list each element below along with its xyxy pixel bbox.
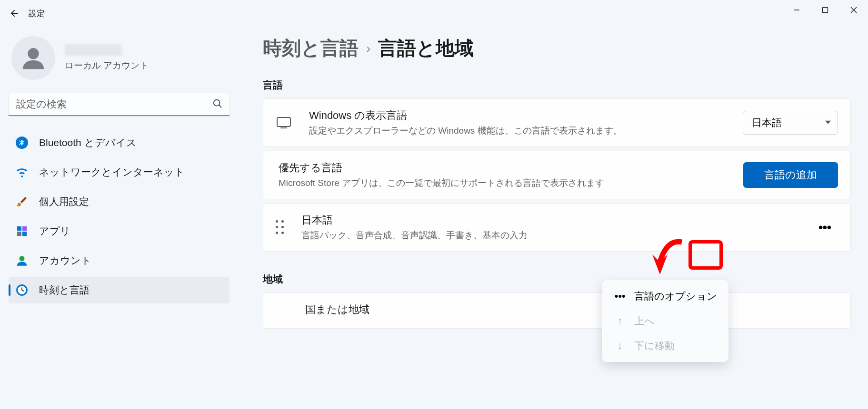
section-title-language: 言語 <box>263 78 851 92</box>
add-language-button[interactable]: 言語の追加 <box>743 162 838 188</box>
close-button[interactable] <box>839 0 868 20</box>
more-icon: ••• <box>613 290 627 302</box>
drag-handle-icon[interactable] <box>276 220 284 234</box>
clock-icon <box>14 282 30 298</box>
brush-icon <box>14 194 30 209</box>
breadcrumb-current: 言語と地域 <box>378 35 474 61</box>
maximize-button[interactable] <box>811 0 839 20</box>
profile-section: ローカル アカウント <box>9 36 229 80</box>
svg-rect-8 <box>17 226 21 231</box>
breadcrumb: 時刻と言語 › 言語と地域 <box>263 35 851 61</box>
svg-rect-9 <box>22 226 27 231</box>
nav-item-apps[interactable]: アプリ <box>9 218 229 244</box>
display-language-card: Windows の表示言語 設定やエクスプローラーなどの Windows 機能は… <box>263 98 851 147</box>
svg-rect-1 <box>823 8 828 13</box>
ctx-language-options[interactable]: ••• 言語のオプション <box>606 284 725 309</box>
profile-name-redacted <box>65 44 122 56</box>
svg-rect-17 <box>277 117 290 127</box>
nav-item-account[interactable]: アカウント <box>9 247 229 274</box>
account-type-label: ローカル アカウント <box>65 59 149 72</box>
section-title-region: 地域 <box>263 273 851 286</box>
svg-line-6 <box>219 105 222 108</box>
language-item-title: 日本語 <box>301 213 811 227</box>
svg-rect-11 <box>22 232 27 236</box>
country-region-title: 国または地域 <box>305 302 838 317</box>
nav-item-wifi[interactable]: ネットワークとインターネット <box>9 159 229 185</box>
preferred-languages-title: 優先する言語 <box>279 161 743 175</box>
display-language-dropdown[interactable]: 日本語 <box>743 111 838 135</box>
nav-label: アプリ <box>39 224 70 238</box>
arrow-down-icon: ↓ <box>613 340 627 352</box>
more-options-button[interactable]: ••• <box>811 218 838 237</box>
nav-label: ネットワークとインターネット <box>39 166 185 179</box>
nav-label: Bluetooth とデバイス <box>39 136 137 149</box>
avatar <box>11 36 55 80</box>
nav-label: 時刻と言語 <box>39 283 90 297</box>
svg-point-5 <box>214 100 220 106</box>
search-icon <box>212 98 223 111</box>
arrow-up-icon: ↑ <box>613 315 627 327</box>
nav-item-bluetooth[interactable]: Bluetooth とデバイス <box>9 129 229 156</box>
display-language-desc: 設定やエクスプローラーなどの Windows 機能は、この言語で表示されます。 <box>309 125 743 137</box>
minimize-button[interactable] <box>782 0 811 20</box>
wifi-icon <box>14 165 30 180</box>
nav-label: アカウント <box>39 254 91 267</box>
monitor-icon <box>276 117 292 128</box>
nav-item-clock[interactable]: 時刻と言語 <box>9 277 229 303</box>
display-language-title: Windows の表示言語 <box>309 108 743 123</box>
ctx-move-up: ↑ 上へ <box>606 309 725 333</box>
preferred-languages-card: 優先する言語 Microsoft Store アプリは、この一覧で最初にサポート… <box>263 151 851 199</box>
app-title: 設定 <box>29 8 45 19</box>
back-button[interactable] <box>4 3 25 24</box>
bluetooth-icon <box>14 135 30 150</box>
svg-point-4 <box>28 48 39 59</box>
nav-label: 個人用設定 <box>39 195 89 208</box>
country-region-card[interactable]: 国または地域 <box>263 292 851 329</box>
chevron-right-icon: › <box>366 41 370 56</box>
preferred-languages-desc: Microsoft Store アプリは、この一覧で最初にサポートされる言語で表… <box>279 177 743 189</box>
language-item-japanese: 日本語 言語パック、音声合成、音声認識、手書き、基本の入力 ••• <box>263 203 851 252</box>
breadcrumb-parent[interactable]: 時刻と言語 <box>263 35 359 61</box>
search-input[interactable] <box>9 93 229 116</box>
language-item-desc: 言語パック、音声合成、音声認識、手書き、基本の入力 <box>301 229 811 242</box>
svg-point-12 <box>20 256 25 261</box>
ctx-move-down: ↓ 下に移動 <box>606 333 725 358</box>
svg-rect-10 <box>17 232 21 236</box>
apps-icon <box>14 224 30 239</box>
language-context-menu: ••• 言語のオプション ↑ 上へ ↓ 下に移動 <box>602 280 728 362</box>
nav-item-brush[interactable]: 個人用設定 <box>9 188 229 215</box>
account-icon <box>14 253 30 268</box>
